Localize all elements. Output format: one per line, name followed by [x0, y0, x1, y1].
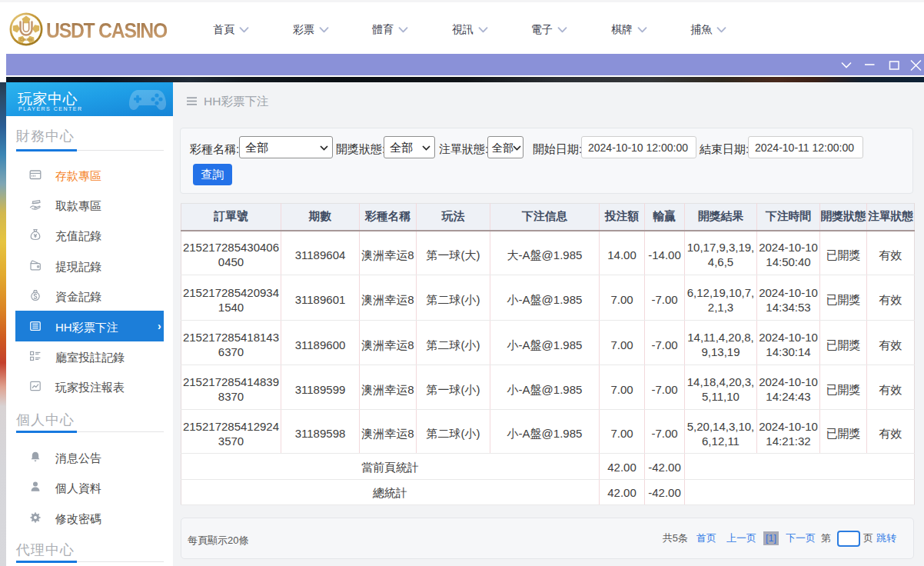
svg-text:Casino: Casino [20, 37, 33, 42]
